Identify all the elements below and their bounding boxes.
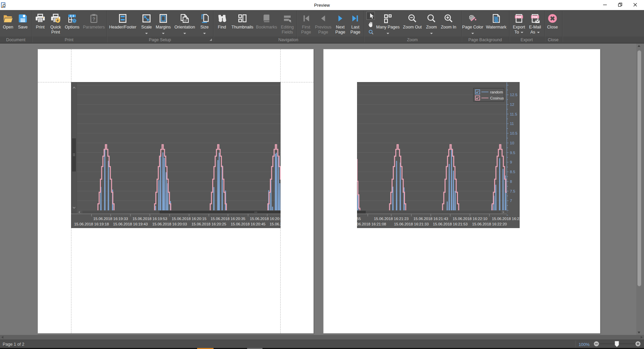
svg-text:9: 9: [510, 160, 512, 164]
svg-text:7.5: 7.5: [510, 189, 515, 193]
svg-text:10: 10: [510, 141, 514, 145]
svg-text:Cosinus: Cosinus: [490, 96, 504, 100]
svg-text:15.06.2018 16:22:10: 15.06.2018 16:22:10: [453, 217, 487, 221]
svg-text:15.06.2018 16:19:43: 15.06.2018 16:19:43: [113, 222, 148, 226]
svg-text:11.5: 11.5: [510, 112, 517, 116]
svg-text:15.06.2018 16:19:33: 15.06.2018 16:19:33: [93, 217, 128, 221]
svg-text:15.06.2018 16:20:55: 15.06.2018 16:20:55: [250, 217, 281, 221]
svg-text:15.06.2018 16:21:53: 15.06.2018 16:21:53: [433, 222, 468, 226]
svg-text:15.06.2018 16:20:25: 15.06.2018 16:20:25: [191, 222, 226, 226]
svg-text:random: random: [490, 90, 503, 94]
svg-text:9.5: 9.5: [510, 151, 515, 155]
svg-text:11: 11: [510, 122, 514, 126]
svg-text:15.06.2018 16:20:45: 15.06.2018 16:20:45: [231, 222, 266, 226]
svg-text:15.06.2018 16:20:35: 15.06.2018 16:20:35: [211, 217, 245, 221]
svg-text:PDF: PDF: [532, 15, 538, 19]
svg-text:55: 55: [357, 217, 361, 221]
svg-text:7: 7: [510, 199, 512, 203]
svg-text:15.06.2018 16:19:18: 15.06.2018 16:19:18: [74, 222, 109, 226]
svg-text:12.5: 12.5: [510, 93, 517, 97]
svg-text:15.06.2018 16:22:30: 15.06.2018 16:22:30: [492, 217, 520, 221]
svg-text:8.5: 8.5: [510, 170, 515, 174]
svg-text:12: 12: [510, 102, 514, 107]
svg-text:15.06.2018 16:21:23: 15.06.2018 16:21:23: [374, 217, 409, 221]
svg-text:15.06.2018 16:20:03: 15.06.2018 16:20:03: [152, 222, 187, 226]
svg-text:15.06.2018 16:21:08: 15.06.2018 16:21:08: [357, 222, 386, 226]
svg-text:15.06.2018 16:19:53: 15.06.2018 16:19:53: [132, 217, 167, 221]
svg-text:15.06.2018 16:21:43: 15.06.2018 16:21:43: [413, 217, 448, 221]
svg-text:15.06.2018 16:21:33: 15.06.2018 16:21:33: [394, 222, 429, 226]
svg-text:?: ?: [93, 16, 96, 22]
svg-text:15.06.2018 16:22:20: 15.06.2018 16:22:20: [472, 222, 507, 226]
svg-text:PDF: PDF: [516, 15, 522, 19]
svg-text:10.5: 10.5: [510, 131, 517, 135]
svg-text:15.06.2018 16:21:05: 15.06.2018 16:21:05: [270, 222, 281, 226]
svg-text:15.06.2018 16:20:15: 15.06.2018 16:20:15: [172, 217, 207, 221]
svg-text:8: 8: [510, 180, 512, 184]
